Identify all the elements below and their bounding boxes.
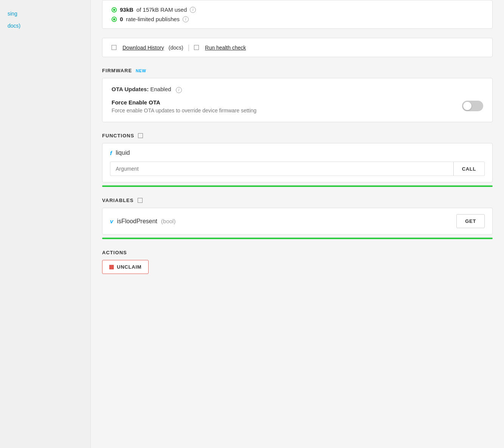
ram-label: of 157kB RAM used (136, 6, 187, 13)
variables-card: v isFloodPresent (bool) GET (102, 208, 493, 235)
argument-row: CALL (110, 162, 485, 176)
health-check-checkbox-icon (194, 45, 199, 50)
sidebar: sing docs) (0, 0, 91, 448)
docs-label: (docs) (169, 45, 183, 51)
ota-info-icon[interactable]: i (176, 87, 182, 93)
function-name-row: f liquid (110, 149, 485, 156)
ota-enabled-value: Enabled (150, 86, 171, 92)
download-history-link[interactable]: Download History (123, 45, 164, 51)
call-button[interactable]: CALL (453, 162, 485, 176)
argument-input[interactable] (110, 162, 453, 176)
rate-count-value: 0 (120, 16, 123, 22)
variable-type: (bool) (161, 218, 175, 224)
functions-card: f liquid CALL (102, 143, 493, 182)
variables-title: VARIABLES (102, 198, 134, 203)
variables-checkbox[interactable] (138, 198, 143, 203)
rate-info-icon[interactable]: i (183, 16, 189, 22)
functions-section: FUNCTIONS f liquid CALL (102, 133, 493, 187)
functions-checkbox[interactable] (138, 133, 143, 138)
variable-name: isFloodPresent (117, 218, 157, 225)
functions-title: FUNCTIONS (102, 133, 134, 138)
actions-section: ACTIONS UNCLAIM (102, 250, 493, 274)
functions-header: FUNCTIONS (102, 133, 493, 138)
unclaim-button[interactable]: UNCLAIM (102, 260, 149, 274)
firmware-card: OTA Updates: Enabled i Force Enable OTA … (102, 78, 493, 122)
functions-progress-bar (102, 185, 493, 187)
ota-force-title: Force Enable OTA (112, 99, 256, 106)
ram-status-dot (112, 7, 117, 12)
ota-force-description: Force enable OTA updates to override dev… (112, 107, 256, 115)
download-history-checkbox-icon (112, 45, 116, 50)
variable-icon: v (110, 218, 113, 224)
ota-label: OTA Updates: (112, 86, 149, 92)
function-icon: f (110, 150, 112, 156)
unclaim-icon (109, 265, 114, 269)
firmware-new-badge: NEW (136, 68, 146, 73)
variables-header: VARIABLES (102, 198, 493, 203)
ram-info-icon[interactable]: i (190, 7, 196, 13)
run-health-check-link[interactable]: Run health check (205, 45, 246, 51)
rate-limit-row: 0 rate-limited publishes i (112, 16, 483, 22)
ota-force-toggle[interactable] (462, 101, 483, 111)
toggle-slider (462, 101, 483, 111)
links-bar: Download History (docs) | Run health che… (102, 38, 493, 57)
variables-section: VARIABLES v isFloodPresent (bool) GET (102, 198, 493, 239)
divider: | (188, 44, 190, 51)
stats-card: 93kB of 157kB RAM used i 0 rate-limited … (102, 0, 493, 29)
get-button[interactable]: GET (456, 214, 485, 228)
variable-name-row: v isFloodPresent (bool) (110, 218, 175, 225)
actions-title: ACTIONS (102, 250, 127, 255)
sidebar-text-1[interactable]: sing (0, 8, 90, 20)
rate-label: rate-limited publishes (126, 16, 180, 22)
ota-status-row: OTA Updates: Enabled i (112, 86, 483, 93)
sidebar-text-2[interactable]: docs) (0, 20, 90, 32)
firmware-header: FIRMWARE NEW (102, 68, 493, 73)
rate-status-dot (112, 17, 117, 22)
firmware-section: FIRMWARE NEW OTA Updates: Enabled i Forc… (102, 68, 493, 122)
unclaim-label: UNCLAIM (117, 264, 141, 270)
variables-progress-bar (102, 238, 493, 239)
ota-force-text: Force Enable OTA Force enable OTA update… (112, 99, 256, 115)
function-name: liquid (116, 149, 130, 156)
firmware-title: FIRMWARE (102, 68, 132, 73)
main-content: 93kB of 157kB RAM used i 0 rate-limited … (91, 0, 504, 448)
ram-stat-row: 93kB of 157kB RAM used i (112, 6, 483, 13)
actions-header: ACTIONS (102, 250, 493, 255)
ota-force-row: Force Enable OTA Force enable OTA update… (112, 99, 483, 115)
ram-used-value: 93kB (120, 6, 133, 13)
